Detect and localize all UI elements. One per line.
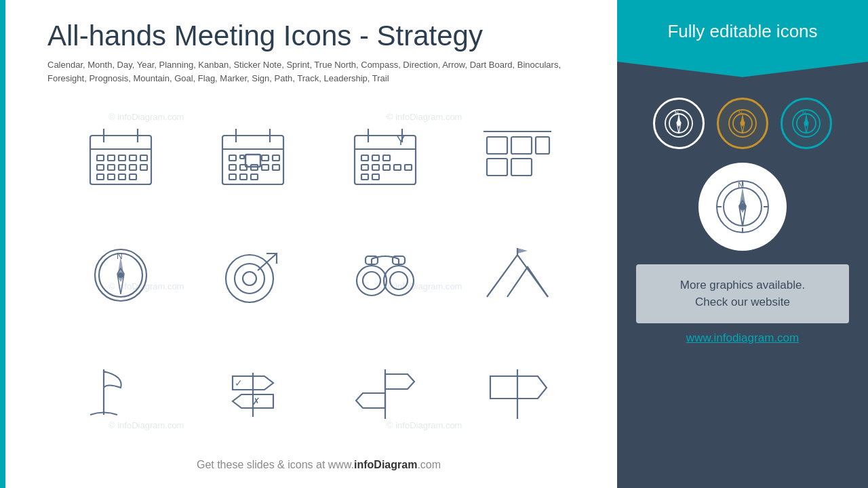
svg-rect-25: [262, 155, 269, 161]
svg-text:N: N: [738, 110, 743, 116]
svg-rect-12: [130, 165, 136, 170]
svg-rect-45: [383, 165, 390, 170]
svg-point-93: [741, 121, 745, 125]
svg-rect-49: [372, 174, 379, 180]
svg-rect-14: [97, 174, 104, 180]
svg-rect-51: [487, 159, 507, 176]
page-subtitle: Calendar, Month, Day, Year, Planning, Ka…: [47, 58, 590, 85]
svg-point-67: [384, 266, 414, 296]
svg-rect-44: [372, 165, 379, 170]
icon-sign-board: [451, 334, 583, 452]
footer-text-start: Get these slides & icons at www.: [197, 459, 354, 470]
svg-rect-54: [536, 137, 549, 154]
icon-mountain: [451, 216, 583, 334]
compass-teal: N: [781, 98, 832, 149]
svg-line-65: [258, 253, 277, 270]
svg-rect-27: [229, 165, 236, 170]
svg-text:✓: ✓: [235, 378, 243, 388]
svg-rect-5: [108, 155, 115, 161]
svg-text:N: N: [802, 110, 806, 116]
icon-compass: N: [54, 216, 186, 334]
icon-calendar-month: [54, 98, 186, 216]
svg-rect-6: [119, 155, 125, 161]
svg-point-64: [243, 272, 256, 285]
svg-rect-41: [372, 155, 379, 161]
left-panel: All-hands Meeting Icons - Strategy Calen…: [0, 0, 617, 488]
svg-text:✗: ✗: [252, 396, 260, 407]
svg-rect-52: [511, 137, 532, 154]
svg-rect-50: [487, 137, 507, 154]
svg-rect-53: [511, 159, 532, 176]
svg-rect-40: [361, 155, 368, 161]
svg-point-66: [357, 266, 387, 296]
svg-rect-17: [130, 174, 136, 180]
page-title: All-hands Meeting Icons - Strategy: [47, 20, 590, 52]
svg-rect-46: [394, 165, 401, 170]
svg-rect-34: [251, 174, 258, 180]
svg-point-87: [677, 121, 681, 125]
svg-rect-30: [262, 165, 269, 170]
svg-rect-9: [97, 165, 104, 170]
icon-target: [186, 216, 319, 334]
svg-text:N: N: [675, 110, 679, 116]
svg-rect-4: [97, 155, 104, 161]
svg-rect-8: [140, 155, 147, 161]
icons-grid: Y: [47, 98, 590, 452]
svg-rect-47: [405, 165, 412, 170]
svg-rect-10: [108, 165, 115, 170]
svg-rect-13: [140, 165, 147, 170]
teal-header: Fully editable icons: [617, 0, 868, 77]
svg-rect-48: [361, 174, 368, 180]
svg-text:Y: Y: [397, 134, 405, 148]
svg-marker-75: [517, 248, 528, 253]
svg-point-105: [739, 203, 746, 210]
more-graphics-box: More graphics available.Check our websit…: [636, 264, 850, 323]
svg-point-68: [363, 272, 380, 289]
svg-rect-43: [361, 165, 368, 170]
svg-rect-31: [273, 165, 279, 170]
website-link[interactable]: www.infodiagram.com: [686, 331, 799, 345]
header-label: Fully editable icons: [631, 20, 854, 43]
svg-rect-32: [229, 174, 236, 180]
large-compass: N: [698, 163, 787, 251]
icon-kanban: [451, 98, 583, 216]
left-accent-bar: [0, 0, 5, 488]
svg-rect-42: [383, 155, 390, 161]
icon-flag: [54, 334, 186, 452]
svg-rect-15: [108, 174, 115, 180]
svg-point-61: [118, 272, 123, 278]
svg-rect-24: [240, 155, 244, 159]
svg-rect-33: [240, 174, 247, 180]
compass-white: N: [653, 98, 705, 149]
more-graphics-text: More graphics available.Check our websit…: [656, 277, 829, 311]
svg-rect-7: [130, 155, 136, 161]
icon-signpost-directions: [319, 334, 451, 452]
footer: Get these slides & icons at www.infoDiag…: [47, 452, 590, 474]
compass-row: N N N: [643, 98, 842, 149]
svg-point-99: [805, 121, 808, 125]
footer-brand: infoDiagram: [354, 459, 417, 470]
svg-rect-23: [229, 155, 236, 161]
icon-binoculars: [319, 216, 451, 334]
right-panel: Fully editable icons N N: [617, 0, 868, 488]
svg-text:N: N: [117, 251, 123, 261]
icon-decision-sign: ✓ ✗: [186, 334, 319, 452]
svg-rect-26: [273, 155, 279, 161]
footer-text-end: .com: [417, 459, 441, 470]
svg-rect-16: [119, 174, 125, 180]
svg-rect-11: [119, 165, 125, 170]
icon-calendar-day: [186, 98, 319, 216]
svg-point-69: [390, 272, 408, 289]
icon-calendar-sprint: Y: [319, 98, 451, 216]
compass-gold: N: [717, 98, 768, 149]
